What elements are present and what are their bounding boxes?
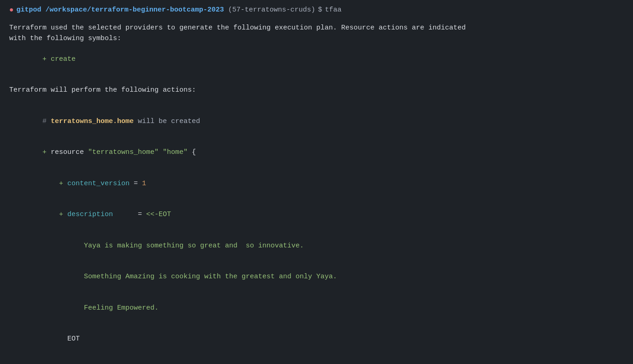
will-be-created: will be created <box>134 117 200 125</box>
output-line-7: # terratowns_home.home will be created <box>9 106 624 137</box>
output-line-1: Terraform used the selected providers to… <box>9 23 624 34</box>
output-heredoc-1: Yaya is making something so great and so… <box>9 230 624 262</box>
output-line-4 <box>9 75 624 86</box>
output-eot: EOT <box>9 324 624 355</box>
output-heredoc-3: Feeling Empowered. <box>9 293 624 324</box>
output-line-2: with the following symbols: <box>9 34 624 44</box>
output-line-5: Terraform will perform the following act… <box>9 85 624 96</box>
output-line-9: + content_version = 1 <box>9 168 624 200</box>
prompt-path: gitpod /workspace/terraform-beginner-boo… <box>17 5 224 16</box>
prompt-command: tfaa <box>325 5 342 16</box>
comment-hash: # <box>42 117 51 125</box>
output-line-10: + description = <<-EOT <box>9 200 624 231</box>
resource-name-comment: terratowns_home.home <box>51 117 134 125</box>
output-block: Terraform used the selected providers to… <box>9 23 624 364</box>
terminal-window: ● gitpod /workspace/terraform-beginner-b… <box>9 5 624 364</box>
terminal-prompt-1: ● gitpod /workspace/terraform-beginner-b… <box>9 5 624 16</box>
output-heredoc-2: Something Amazing is cooking with the gr… <box>9 262 624 293</box>
prompt-dollar: $ <box>318 5 322 16</box>
prompt-branch: (57-terratowns-cruds) <box>224 5 315 16</box>
output-line-6 <box>9 96 624 106</box>
output-line-3: + create <box>9 44 624 75</box>
dot-icon: ● <box>9 5 14 16</box>
output-domain: + domain_name = "veryveryrandomm.cloudfr… <box>9 355 624 364</box>
output-line-8: + resource "terratowns_home" "home" { <box>9 137 624 169</box>
plus-create: + create <box>34 55 76 63</box>
